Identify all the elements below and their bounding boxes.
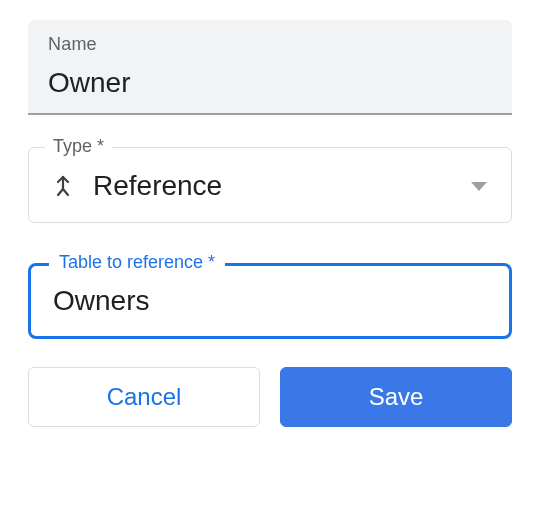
column-settings-dialog: Name Type * Reference Table to reference… (0, 0, 540, 510)
save-button[interactable]: Save (280, 367, 512, 427)
name-label: Name (48, 34, 492, 55)
merge-arrow-icon (49, 172, 77, 200)
table-reference-input[interactable] (51, 284, 489, 318)
dialog-button-row: Cancel Save (28, 367, 512, 427)
cancel-button[interactable]: Cancel (28, 367, 260, 427)
chevron-down-icon (471, 182, 487, 191)
type-label: Type * (45, 136, 112, 157)
table-reference-label: Table to reference * (49, 252, 225, 273)
type-value: Reference (93, 170, 471, 202)
table-reference-field[interactable]: Table to reference * (28, 263, 512, 339)
type-field[interactable]: Type * Reference (28, 147, 512, 223)
name-field[interactable]: Name (28, 20, 512, 115)
name-input[interactable] (48, 65, 492, 105)
